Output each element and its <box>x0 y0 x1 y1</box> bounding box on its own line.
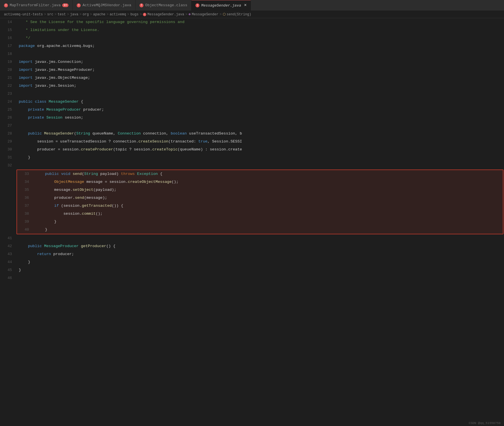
code-line-33: 33 public void send(String payload) thro… <box>17 170 503 178</box>
breadcrumb-part-11[interactable]: send(String) <box>227 13 251 16</box>
line-content-42: public MessageProducer getProducer() { <box>16 242 504 250</box>
breadcrumb-part-3[interactable]: test <box>58 13 66 16</box>
line-content-17: package org.apache.activemq.bugs; <box>16 42 504 50</box>
line-number-18: 18 <box>0 50 16 58</box>
breadcrumb-part-9[interactable]: MessageSender.java <box>147 13 184 16</box>
tab-bar: ! MapTransformFilter.java 9+ ! ActiveMQJ… <box>0 0 504 11</box>
code-line-18: 18 <box>0 50 504 58</box>
line-number-44: 44 <box>0 258 16 266</box>
line-number-23: 23 <box>0 90 16 98</box>
tab-label-1: MapTransformFilter.java <box>10 3 61 7</box>
breadcrumb-sep-5: > <box>90 13 92 16</box>
code-line-29: 29 session = useTransactedSession ? conn… <box>0 138 504 146</box>
breadcrumb-sep-8: > <box>140 13 142 16</box>
tab-message-sender[interactable]: ! MessageSender.java × <box>191 0 251 11</box>
close-icon[interactable]: × <box>244 3 247 8</box>
code-line-26: 26 private Session session; <box>0 114 504 122</box>
line-content-16: */ <box>16 34 504 42</box>
line-content-40: } <box>34 226 503 234</box>
line-number-39: 39 <box>17 218 34 226</box>
line-number-35: 35 <box>17 186 34 194</box>
line-content-37: if (session.getTransacted()) { <box>34 202 503 210</box>
breadcrumb-method-icon: ⬡ <box>223 12 226 16</box>
code-line-31: 31 } <box>0 154 504 162</box>
breadcrumb-part-7[interactable]: activemq <box>110 13 126 16</box>
code-line-35: 35 message.setObject(payload); <box>17 186 503 194</box>
breadcrumb-part-8[interactable]: bugs <box>130 13 139 16</box>
tab-object-message[interactable]: ! ObjectMessage.class <box>136 0 191 11</box>
highlighted-block: 33 public void send(String payload) thro… <box>16 169 503 234</box>
line-number-45: 45 <box>0 266 16 274</box>
status-bar: CSDN @qq_51550750 <box>465 420 504 426</box>
code-line-46: 46 <box>0 274 504 282</box>
line-content-22: import javax.jms.Session; <box>16 82 504 90</box>
code-line-41: 41 <box>0 234 504 242</box>
line-number-28: 28 <box>0 130 16 138</box>
line-content-45: } <box>16 266 504 274</box>
line-content-21: import javax.jms.ObjectMessage; <box>16 74 504 82</box>
line-number-17: 17 <box>0 42 16 50</box>
code-line-40: 40 } <box>17 226 503 234</box>
code-line-24: 24 public class MessageSender { <box>0 98 504 106</box>
breadcrumb-sep-4: > <box>80 13 82 16</box>
code-line-20: 20 import javax.jms.MessageProducer; <box>0 66 504 74</box>
line-content-19: import javax.jms.Connection; <box>16 58 504 66</box>
code-line-32: 32 <box>0 162 504 169</box>
badge-1: 9+ <box>62 3 68 7</box>
tab-label-3: ObjectMessage.class <box>145 3 187 7</box>
line-content-36: producer.send(message); <box>34 194 503 202</box>
line-number-26: 26 <box>0 114 16 122</box>
line-number-43: 43 <box>0 250 16 258</box>
breadcrumb-sep-10: > <box>220 13 222 16</box>
line-number-41: 41 <box>0 234 16 242</box>
tab-label-2: ActiveMQJMSVendor.java <box>82 3 131 7</box>
line-number-37: 37 <box>17 202 34 210</box>
line-content-38: session.commit(); <box>34 210 503 218</box>
code-line-23: 23 <box>0 90 504 98</box>
line-number-36: 36 <box>17 194 34 202</box>
code-line-19: 19 import javax.jms.Connection; <box>0 58 504 66</box>
line-number-19: 19 <box>0 58 16 66</box>
line-content-26: private Session session; <box>16 114 504 122</box>
tab-activemq-jms[interactable]: ! ActiveMQJMSVendor.java <box>73 0 136 11</box>
breadcrumb-sep-3: > <box>67 13 69 16</box>
breadcrumb-part-2[interactable]: src <box>47 13 53 16</box>
breadcrumb-part-1[interactable]: activemq-unit-tests <box>4 13 43 16</box>
line-content-39: } <box>34 218 503 226</box>
line-number-30: 30 <box>0 146 16 154</box>
code-line-14: 14 * See the License for the specific la… <box>0 18 504 26</box>
line-number-15: 15 <box>0 26 16 34</box>
code-line-36: 36 producer.send(message); <box>17 194 503 202</box>
code-line-25: 25 private MessageProducer producer; <box>0 106 504 114</box>
error-icon-2: ! <box>77 3 81 7</box>
breadcrumb-sep-9: > <box>186 13 188 16</box>
code-line-27: 27 <box>0 122 504 130</box>
line-number-34: 34 <box>17 178 34 186</box>
breadcrumb-part-10[interactable]: MessageSender <box>192 13 218 16</box>
breadcrumb-part-5[interactable]: org <box>83 13 89 16</box>
tab-map-transform[interactable]: ! MapTransformFilter.java 9+ <box>0 0 73 11</box>
breadcrumb-part-4[interactable]: java <box>70 13 78 16</box>
code-line-22: 22 import javax.jms.Session; <box>0 82 504 90</box>
line-number-46: 46 <box>0 274 16 282</box>
line-number-32: 32 <box>0 162 16 169</box>
code-line-43: 43 return producer; <box>0 250 504 258</box>
code-line-37: 37 if (session.getTransacted()) { <box>17 202 503 210</box>
code-line-45: 45 } <box>0 266 504 274</box>
breadcrumb-part-6[interactable]: apache <box>93 13 105 16</box>
line-number-29: 29 <box>0 138 16 146</box>
status-text: CSDN @qq_51550750 <box>469 421 501 425</box>
code-line-42: 42 public MessageProducer getProducer() … <box>0 242 504 250</box>
breadcrumb-sep-1: > <box>44 13 46 16</box>
code-line-16: 16 */ <box>0 34 504 42</box>
line-content-44: } <box>16 258 504 266</box>
line-number-27: 27 <box>0 122 16 130</box>
breadcrumb-sep-7: > <box>127 13 129 16</box>
breadcrumb-class-icon: ⊛ <box>189 12 191 16</box>
error-icon-4: ! <box>195 3 199 7</box>
line-number-25: 25 <box>0 106 16 114</box>
line-number-20: 20 <box>0 66 16 74</box>
line-number-42: 42 <box>0 242 16 250</box>
code-line-21: 21 import javax.jms.ObjectMessage; <box>0 74 504 82</box>
line-number-40: 40 <box>17 226 34 234</box>
